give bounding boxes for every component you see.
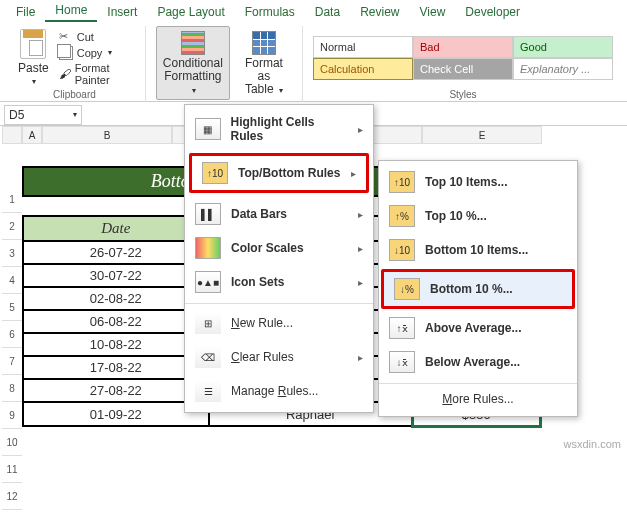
format-as-table-icon — [252, 31, 276, 55]
bottom-10-items-label: Bottom 10 Items... — [425, 243, 528, 257]
menu-data-bars[interactable]: ▌▌ Data Bars ▸ — [185, 197, 373, 231]
top-10-items-label: Top 10 Items... — [425, 175, 507, 189]
header-date[interactable]: Date — [23, 216, 209, 241]
tab-file[interactable]: File — [6, 2, 45, 22]
cut-icon — [59, 30, 73, 44]
group-styles: Normal Bad Good Calculation Check Cell E… — [303, 26, 623, 102]
top-10-items-icon: ↑10 — [389, 171, 415, 193]
below-average-label: Below Average... — [425, 355, 520, 369]
style-calculation[interactable]: Calculation — [313, 58, 413, 80]
highlight-cells-label: Highlight Cells Rules — [231, 115, 349, 143]
new-rule-label: ew Rule... — [240, 316, 293, 330]
chevron-right-icon: ▸ — [358, 124, 363, 135]
menu-new-rule[interactable]: ⊞ New Rule... — [185, 303, 373, 340]
cell-styles-gallery[interactable]: Normal Bad Good Calculation Check Cell E… — [313, 36, 613, 80]
tab-view[interactable]: View — [410, 2, 456, 22]
chevron-right-icon: ▸ — [358, 209, 363, 220]
name-box-value: D5 — [9, 108, 24, 122]
top-bottom-label: Top/Bottom Rules — [238, 166, 340, 180]
color-scales-icon — [195, 237, 221, 259]
clipboard-group-label: Clipboard — [53, 89, 96, 102]
name-box[interactable]: D5 ▾ — [4, 105, 82, 125]
below-average-icon: ↓x̄ — [389, 351, 415, 373]
style-good[interactable]: Good — [513, 36, 613, 58]
menu-top-bottom-rules[interactable]: ↑10 Top/Bottom Rules ▸ — [189, 153, 369, 193]
paste-icon — [20, 29, 46, 59]
top-10-percent-label: Top 10 %... — [425, 209, 487, 223]
icon-sets-label: Icon Sets — [231, 275, 284, 289]
paste-button[interactable]: Paste▾ — [14, 27, 53, 88]
menu-clear-rules[interactable]: ⌫ Clear Rules ▸ — [185, 340, 373, 374]
row-headers: 123 456 789 101112 — [2, 186, 22, 510]
format-painter-icon — [59, 67, 71, 81]
top-10-percent-icon: ↑% — [389, 205, 415, 227]
menu-top-10-items[interactable]: ↑10 Top 10 Items... — [379, 165, 577, 199]
tab-home[interactable]: Home — [45, 0, 97, 22]
chevron-right-icon: ▸ — [358, 277, 363, 288]
bottom-10-percent-icon: ↓% — [394, 278, 420, 300]
manage-rules-label: Manage Rules... — [231, 384, 318, 398]
cut-button[interactable]: Cut — [59, 30, 135, 44]
format-as-table-label: Format asTable ▾ — [242, 57, 286, 97]
group-styles-buttons: ConditionalFormatting ▾ Format asTable ▾ — [146, 26, 303, 102]
tab-developer[interactable]: Developer — [455, 2, 530, 22]
chevron-right-icon: ▸ — [358, 352, 363, 363]
above-average-label: Above Average... — [425, 321, 521, 335]
format-as-table-button[interactable]: Format asTable ▾ — [236, 27, 292, 99]
bottom-10-items-icon: ↓10 — [389, 239, 415, 261]
chevron-down-icon: ▾ — [73, 110, 77, 119]
menu-more-rules[interactable]: More Rules... — [379, 383, 577, 412]
top-bottom-submenu: ↑10 Top 10 Items... ↑% Top 10 %... ↓10 B… — [378, 160, 578, 417]
menu-top-10-percent[interactable]: ↑% Top 10 %... — [379, 199, 577, 233]
cut-label: Cut — [77, 31, 94, 43]
conditional-formatting-button[interactable]: ConditionalFormatting ▾ — [156, 26, 230, 100]
menu-icon-sets[interactable]: ●▲■ Icon Sets ▸ — [185, 265, 373, 299]
chevron-right-icon: ▸ — [351, 168, 356, 179]
tab-formulas[interactable]: Formulas — [235, 2, 305, 22]
copy-icon — [59, 46, 73, 60]
styles-group-label: Styles — [449, 89, 476, 102]
highlight-cells-icon: ▦ — [195, 118, 221, 140]
tab-data[interactable]: Data — [305, 2, 350, 22]
menu-manage-rules[interactable]: ☰ Manage Rules... — [185, 374, 373, 408]
watermark: wsxdin.com — [564, 438, 621, 450]
format-painter-button[interactable]: Format Painter — [59, 62, 135, 86]
ribbon: Paste▾ Cut Copy ▾ Format Painter Clipboa… — [0, 22, 627, 102]
style-bad[interactable]: Bad — [413, 36, 513, 58]
conditional-formatting-menu: ▦ Highlight Cells Rules ▸ ↑10 Top/Bottom… — [184, 104, 374, 413]
data-bars-label: Data Bars — [231, 207, 287, 221]
bottom-10-percent-label: Bottom 10 %... — [430, 282, 513, 296]
clear-rules-label: lear Rules — [240, 350, 294, 364]
icon-sets-icon: ●▲■ — [195, 271, 221, 293]
more-rules-label: ore Rules... — [452, 392, 513, 406]
new-rule-icon: ⊞ — [195, 312, 221, 334]
format-painter-label: Format Painter — [75, 62, 135, 86]
manage-rules-icon: ☰ — [195, 380, 221, 402]
tab-insert[interactable]: Insert — [97, 2, 147, 22]
group-clipboard: Paste▾ Cut Copy ▾ Format Painter Clipboa… — [4, 26, 146, 102]
clear-rules-icon: ⌫ — [195, 346, 221, 368]
color-scales-label: Color Scales — [231, 241, 304, 255]
menu-bottom-10-percent[interactable]: ↓% Bottom 10 %... — [381, 269, 575, 309]
paste-label: Paste — [18, 61, 49, 75]
tab-review[interactable]: Review — [350, 2, 409, 22]
menu-highlight-cells-rules[interactable]: ▦ Highlight Cells Rules ▸ — [185, 109, 373, 149]
menu-bottom-10-items[interactable]: ↓10 Bottom 10 Items... — [379, 233, 577, 267]
conditional-formatting-label: ConditionalFormatting ▾ — [163, 57, 223, 97]
style-normal[interactable]: Normal — [313, 36, 413, 58]
ribbon-tabs: File Home Insert Page Layout Formulas Da… — [0, 0, 627, 22]
style-check-cell[interactable]: Check Cell — [413, 58, 513, 80]
top-bottom-icon: ↑10 — [202, 162, 228, 184]
copy-button[interactable]: Copy ▾ — [59, 46, 135, 60]
data-bars-icon: ▌▌ — [195, 203, 221, 225]
tab-page-layout[interactable]: Page Layout — [147, 2, 234, 22]
chevron-right-icon: ▸ — [358, 243, 363, 254]
copy-label: Copy — [77, 47, 103, 59]
conditional-formatting-icon — [181, 31, 205, 55]
above-average-icon: ↑x̄ — [389, 317, 415, 339]
style-explanatory[interactable]: Explanatory ... — [513, 58, 613, 80]
menu-above-average[interactable]: ↑x̄ Above Average... — [379, 311, 577, 345]
menu-below-average[interactable]: ↓x̄ Below Average... — [379, 345, 577, 379]
menu-color-scales[interactable]: Color Scales ▸ — [185, 231, 373, 265]
